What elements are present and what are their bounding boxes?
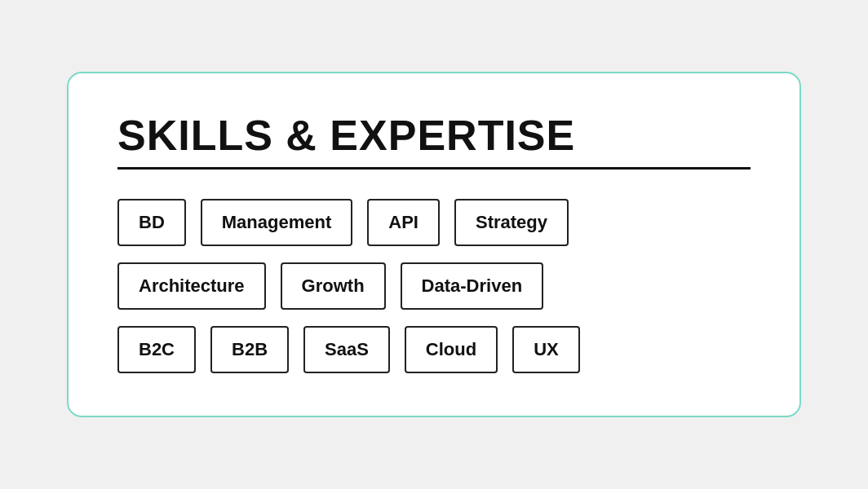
skill-api: API — [367, 199, 440, 246]
title-section: SKILLS & EXPERTISE — [117, 112, 751, 170]
skills-card: SKILLS & EXPERTISE BD Management API Str… — [67, 72, 801, 417]
skills-container: BD Management API Strategy Architecture … — [117, 199, 751, 373]
skill-bd: BD — [117, 199, 186, 246]
skill-data-driven: Data-Driven — [401, 262, 543, 310]
skill-ux: UX — [512, 326, 580, 373]
title-divider — [117, 167, 751, 170]
skills-row-1: BD Management API Strategy — [117, 199, 751, 246]
page-title: SKILLS & EXPERTISE — [117, 112, 751, 159]
skill-b2c: B2C — [117, 326, 196, 373]
skill-saas: SaaS — [303, 326, 390, 373]
skill-management: Management — [201, 199, 352, 246]
skill-b2b: B2B — [210, 326, 289, 373]
skill-architecture: Architecture — [117, 262, 266, 310]
skills-row-3: B2C B2B SaaS Cloud UX — [117, 326, 751, 373]
skill-growth: Growth — [281, 262, 386, 310]
skills-row-2: Architecture Growth Data-Driven — [117, 262, 751, 310]
skill-strategy: Strategy — [454, 199, 569, 246]
skill-cloud: Cloud — [405, 326, 498, 373]
